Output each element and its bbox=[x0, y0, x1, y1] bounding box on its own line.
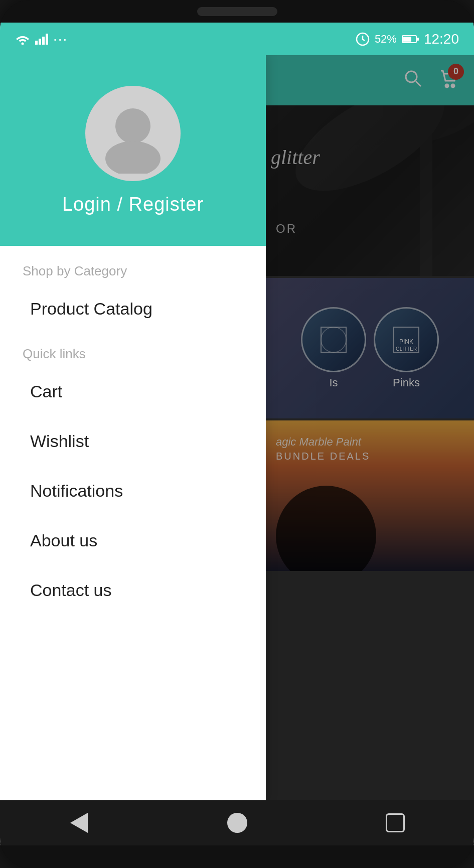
status-bar: ··· 52% 12:20 bbox=[0, 23, 474, 55]
status-right: 52% 12:20 bbox=[356, 31, 459, 47]
login-register-button[interactable]: Login / Register bbox=[62, 194, 204, 215]
screen-content: 0 glitter bbox=[0, 55, 474, 800]
drawer-menu: Shop by Category Product Catalog Quick l… bbox=[0, 246, 266, 800]
svg-rect-1 bbox=[35, 41, 38, 45]
svg-rect-2 bbox=[39, 39, 41, 45]
svg-rect-3 bbox=[42, 37, 45, 45]
recent-apps-button[interactable] bbox=[380, 808, 410, 838]
battery-icon bbox=[402, 34, 419, 44]
home-icon bbox=[227, 813, 247, 833]
back-button[interactable] bbox=[64, 808, 94, 838]
svg-point-0 bbox=[22, 42, 24, 45]
phone-bottom-bar bbox=[0, 845, 474, 868]
menu-item-wishlist[interactable]: Wishlist bbox=[0, 416, 266, 466]
battery-percent: 52% bbox=[375, 33, 397, 46]
menu-item-product-catalog[interactable]: Product Catalog bbox=[0, 284, 266, 334]
svg-rect-4 bbox=[46, 34, 48, 45]
menu-item-about-us[interactable]: About us bbox=[0, 516, 266, 565]
user-avatar-icon bbox=[93, 93, 173, 174]
menu-item-cart[interactable]: Cart bbox=[0, 367, 266, 416]
home-button[interactable] bbox=[222, 808, 252, 838]
drawer-overlay[interactable] bbox=[266, 55, 474, 800]
more-dots-icon: ··· bbox=[53, 31, 68, 47]
phone-frame: ··· 52% 12:20 bbox=[0, 0, 474, 868]
svg-rect-8 bbox=[417, 38, 419, 41]
side-drawer: Login / Register Shop by Category Produc… bbox=[0, 55, 266, 800]
bottom-navigation bbox=[0, 800, 474, 845]
speaker bbox=[197, 7, 277, 16]
section-label-quick-links: Quick links bbox=[0, 334, 266, 367]
wifi-icon bbox=[15, 34, 30, 45]
menu-item-contact-us[interactable]: Contact us bbox=[0, 565, 266, 615]
section-label-shop: Shop by Category bbox=[0, 251, 266, 284]
svg-point-24 bbox=[105, 141, 161, 174]
signal-icon bbox=[35, 34, 48, 45]
status-left-icons: ··· bbox=[15, 31, 68, 47]
phone-top-bar bbox=[0, 0, 474, 23]
svg-rect-7 bbox=[403, 37, 411, 42]
drawer-header: Login / Register bbox=[0, 55, 266, 246]
screen: ··· 52% 12:20 bbox=[0, 23, 474, 845]
menu-item-notifications[interactable]: Notifications bbox=[0, 466, 266, 516]
clock-icon bbox=[356, 32, 370, 46]
svg-point-23 bbox=[115, 108, 150, 143]
time-display: 12:20 bbox=[424, 31, 459, 47]
avatar bbox=[85, 86, 181, 181]
recent-apps-icon bbox=[386, 813, 405, 832]
back-icon bbox=[70, 813, 88, 833]
